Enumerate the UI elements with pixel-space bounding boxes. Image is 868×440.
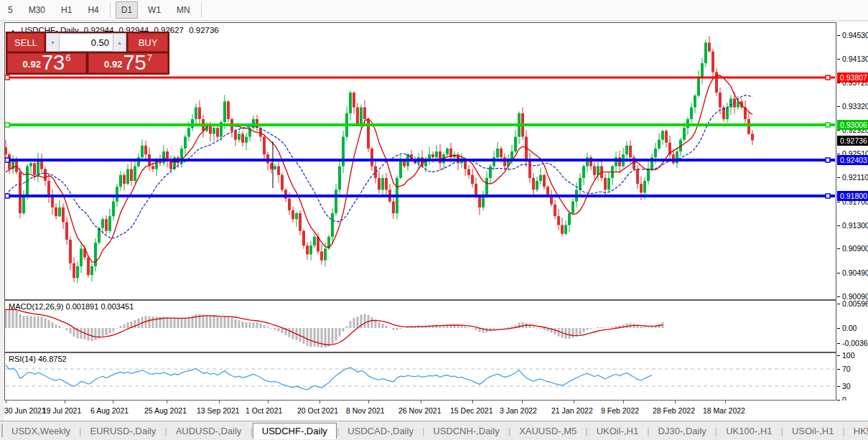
date-axis-tick <box>113 401 113 403</box>
chart-tab-audusd-[interactable]: AUDUSD-,Daily <box>167 423 251 439</box>
level-price-badge: 0.91800 <box>837 191 868 201</box>
date-axis: 30 Jun 202119 Jul 20216 Aug 202125 Aug 2… <box>4 401 868 421</box>
sell-button[interactable]: SELL <box>7 33 45 52</box>
buy-price[interactable]: 0.92 75 7 <box>88 53 168 73</box>
date-axis-label: 18 Mar 2022 <box>703 406 745 415</box>
sell-price-main: 73 <box>42 53 65 72</box>
chart-tab-xauusd-[interactable]: XAUUSD-,M5 <box>510 423 585 439</box>
one-click-trading-panel: SELL ▼ ▲ BUY 0.92 73 6 0.92 75 7 <box>6 32 169 75</box>
macd-axis-tick <box>837 343 840 344</box>
macd-axis-tick <box>837 328 840 329</box>
date-axis-tick <box>65 401 65 403</box>
timeframe-button-d1[interactable]: D1 <box>116 1 138 19</box>
chart-tab-dj30-[interactable]: DJ30-,Daily <box>650 423 715 439</box>
date-axis-tick <box>219 401 220 403</box>
timeframe-button-mn[interactable]: MN <box>171 1 196 19</box>
date-axis-label: 19 Jul 2021 <box>42 406 81 415</box>
date-axis-label: 6 Aug 2021 <box>90 406 129 415</box>
price-axis-label: 0.94530 <box>842 31 868 39</box>
date-axis-label: 8 Nov 2021 <box>346 406 385 415</box>
price-axis-tick <box>837 154 840 154</box>
volume-stepper: ▼ ▲ <box>46 33 126 52</box>
price-axis-tick <box>837 225 840 226</box>
level-price-badge: 0.92403 <box>837 155 868 165</box>
macd-axis-label: -0.003664 <box>842 339 868 347</box>
rsi-axis-tick <box>837 386 840 387</box>
date-axis-tick <box>623 401 624 403</box>
date-axis-label: 30 Jun 2021 <box>4 406 46 415</box>
price-axis-tick <box>837 296 840 297</box>
buy-button[interactable]: BUY <box>128 33 168 52</box>
date-axis-label: 26 Nov 2021 <box>398 406 442 415</box>
chart-tab-usdx[interactable]: USDX,Weekly <box>3 423 79 439</box>
date-axis-tick <box>725 401 726 403</box>
rsi-axis-label: 100 <box>842 351 855 360</box>
date-axis-tick <box>319 401 320 403</box>
toolbar-separator <box>201 3 202 17</box>
rsi-axis-tick <box>837 369 840 370</box>
price-axis-tick <box>837 106 840 107</box>
date-axis-tick <box>268 401 269 403</box>
timeframe-toolbar: 5M30H1H4D1W1MN <box>0 0 868 21</box>
price-axis-tick <box>837 273 840 273</box>
price-axis-tick <box>837 248 840 249</box>
date-axis-tick <box>421 401 421 403</box>
price-axis-label: 0.92110 <box>842 173 868 182</box>
toolbar-separator <box>110 3 111 17</box>
rsi-axis-label: 30 <box>842 382 851 390</box>
price-axis-tick <box>837 59 840 60</box>
macd-label: MACD(12,26,9) 0.001891 0.003451 <box>9 302 134 311</box>
current-price-badge: 0.92736 <box>837 136 868 146</box>
level-price-badge: 0.93807 <box>837 72 868 83</box>
rsi-axis-tick <box>837 355 840 356</box>
chart-tab-usdcad-[interactable]: USDCAD-,Daily <box>339 423 422 439</box>
timeframe-button-h1[interactable]: H1 <box>55 1 78 19</box>
price-axis-label: 0.90490 <box>842 268 868 277</box>
mt4-window: 5M30H1H4D1W1MN 0.945300.941300.937200.93… <box>0 0 868 440</box>
chart-tab-uk100-[interactable]: UK100-,H1 <box>717 423 780 439</box>
timeframe-button-h4[interactable]: H4 <box>82 1 104 19</box>
date-axis-label: 1 Oct 2021 <box>246 406 282 415</box>
date-axis-label: 15 Dec 2021 <box>450 406 493 415</box>
sell-price[interactable]: 0.92 73 6 <box>7 53 86 73</box>
price-axis-label: 0.93320 <box>842 102 868 111</box>
level-price-badge: 0.93006 <box>837 120 868 130</box>
price-axis-tick <box>837 177 840 178</box>
timeframe-button-5[interactable]: 5 <box>2 1 19 19</box>
price-axis-label: 0.94130 <box>842 55 868 63</box>
chart-tab-eurusd-[interactable]: EURUSD-,Daily <box>82 423 165 439</box>
chart-tab-usdcnh-[interactable]: USDCNH-,Daily <box>424 423 508 439</box>
price-axis-tick <box>837 35 840 36</box>
date-axis-tick <box>6 401 6 403</box>
timeframe-button-m30[interactable]: M30 <box>23 1 51 19</box>
chart-tab-ukoil-[interactable]: UKOil-,H1 <box>588 423 648 439</box>
macd-axis-label: 0.005963 <box>842 299 868 308</box>
price-axis-tick <box>837 202 840 202</box>
sell-price-pip: 6 <box>65 52 70 63</box>
price-axis-tick <box>837 130 840 131</box>
volume-decrease-button[interactable]: ▼ <box>46 33 60 52</box>
volume-increase-button[interactable]: ▲ <box>113 33 126 52</box>
volume-input[interactable] <box>60 33 113 52</box>
date-axis-tick <box>574 401 574 403</box>
macd-axis-tick <box>837 304 840 304</box>
date-axis-label: 25 Aug 2021 <box>144 406 187 415</box>
rsi-pane[interactable] <box>4 352 836 401</box>
date-axis-tick <box>675 401 676 403</box>
date-axis-tick <box>472 401 473 403</box>
date-axis-label: 21 Jan 2022 <box>551 406 593 415</box>
price-axis: 0.945300.941300.937200.933200.929200.925… <box>837 22 868 401</box>
rsi-axis-label: 70 <box>842 365 851 373</box>
date-axis-tick <box>167 401 167 403</box>
ohlc-close: 0.92736 <box>189 26 219 34</box>
chart-tab-usdchf-[interactable]: USDCHF-,Daily <box>253 423 337 439</box>
sell-price-prefix: 0.92 <box>23 59 41 70</box>
date-axis-label: 20 Oct 2021 <box>297 406 338 415</box>
buy-price-main: 75 <box>123 53 146 72</box>
chart-tab-bar: USDX,Weekly|EURUSD-,Daily|AUDUSD-,Daily|… <box>0 421 868 440</box>
chart-tab-hk50-[interactable]: HK50-,H1 <box>845 423 868 439</box>
price-axis-tick <box>837 83 840 83</box>
date-axis-tick <box>368 401 369 403</box>
timeframe-button-w1[interactable]: W1 <box>142 1 167 19</box>
chart-tab-usoil-[interactable]: USOil-,H1 <box>783 423 843 439</box>
